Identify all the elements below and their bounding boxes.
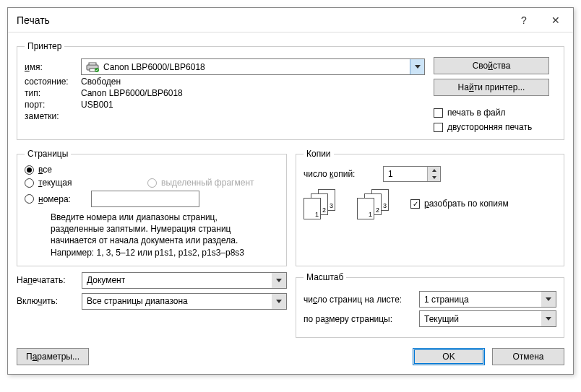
print-to-file-checkbox[interactable]: печать в файл xyxy=(434,108,556,118)
pages-all-radio[interactable]: все xyxy=(25,165,147,175)
chevron-down-icon xyxy=(272,294,286,309)
scale-group: Масштаб число страниц на листе: 1 страни… xyxy=(296,272,564,338)
printer-port-label: порт: xyxy=(25,100,81,110)
print-dialog: Печать ? ✕ Принтер имя: Canon LBP6000 xyxy=(7,7,574,375)
printer-notes-label: заметки: xyxy=(25,111,81,121)
pages-legend: Страницы xyxy=(25,149,71,159)
spinner-down-icon[interactable] xyxy=(428,174,440,181)
chevron-down-icon xyxy=(541,292,556,307)
printer-type-label: тип: xyxy=(25,88,81,98)
copies-legend: Копии xyxy=(304,149,334,159)
printer-group: Принтер имя: Canon LBP6000/LBP6018 xyxy=(17,41,564,140)
collate-illustration-1: 3 2 1 xyxy=(304,189,344,218)
printer-name-label: имя: xyxy=(25,62,81,72)
include-label: Включить: xyxy=(17,296,82,306)
copies-count-spinner[interactable]: 1 xyxy=(383,166,441,182)
close-button[interactable]: ✕ xyxy=(540,9,572,32)
help-button[interactable]: ? xyxy=(508,9,540,32)
chevron-down-icon xyxy=(272,273,286,288)
chevron-down-icon xyxy=(410,59,424,74)
checkbox-icon xyxy=(434,123,443,132)
svg-rect-2 xyxy=(90,69,95,71)
pages-selection-radio: выделенный фрагмент xyxy=(147,178,254,188)
pages-numbers-radio[interactable]: номера: xyxy=(25,194,91,204)
fit-combo[interactable]: Текущий xyxy=(419,310,556,327)
pages-hint: Введите номера или диапазоны страниц, ра… xyxy=(51,212,267,258)
spinner-up-icon[interactable] xyxy=(428,167,440,174)
printer-status-label: состояние: xyxy=(25,77,81,87)
find-printer-button[interactable]: Найти принтер... xyxy=(434,79,549,96)
ok-button[interactable]: OK xyxy=(413,348,485,365)
print-what-label: Напечатать: xyxy=(17,275,82,285)
printer-port-value: USB001 xyxy=(81,100,425,110)
duplex-checkbox[interactable]: двусторонняя печать xyxy=(434,122,556,132)
options-button[interactable]: Параметры... xyxy=(17,348,89,365)
copies-count-label: число копий: xyxy=(304,169,383,179)
printer-status-value: Свободен xyxy=(81,77,425,87)
chevron-down-icon xyxy=(541,311,556,326)
titlebar: Печать ? ✕ xyxy=(8,8,573,32)
properties-button[interactable]: Свойства xyxy=(434,57,549,74)
printer-type-value: Canon LBP6000/LBP6018 xyxy=(81,88,425,98)
per-sheet-label: число страниц на листе: xyxy=(304,295,419,305)
checkbox-icon xyxy=(434,108,443,118)
copies-group: Копии число копий: 1 3 xyxy=(296,149,564,266)
include-combo[interactable]: Все страницы диапазона xyxy=(82,293,287,310)
pages-group: Страницы все текущая xyxy=(17,149,287,266)
collate-illustration-2: 3 2 1 xyxy=(357,189,397,218)
printer-legend: Принтер xyxy=(25,41,64,51)
pages-numbers-input[interactable] xyxy=(91,191,199,207)
collate-checkbox[interactable]: ✓ разобрать по копиям xyxy=(410,199,509,209)
dialog-title: Печать xyxy=(17,14,508,26)
printer-icon xyxy=(86,62,99,72)
cancel-button[interactable]: Отмена xyxy=(492,348,564,365)
checkbox-icon: ✓ xyxy=(410,199,420,209)
pages-current-radio[interactable]: текущая xyxy=(25,178,147,188)
fit-label: по размеру страницы: xyxy=(304,314,419,324)
print-what-combo[interactable]: Документ xyxy=(82,272,287,289)
scale-legend: Масштаб xyxy=(304,272,346,282)
printer-name-value: Canon LBP6000/LBP6018 xyxy=(103,62,205,72)
printer-name-combo[interactable]: Canon LBP6000/LBP6018 xyxy=(81,58,425,75)
per-sheet-combo[interactable]: 1 страница xyxy=(419,291,556,308)
